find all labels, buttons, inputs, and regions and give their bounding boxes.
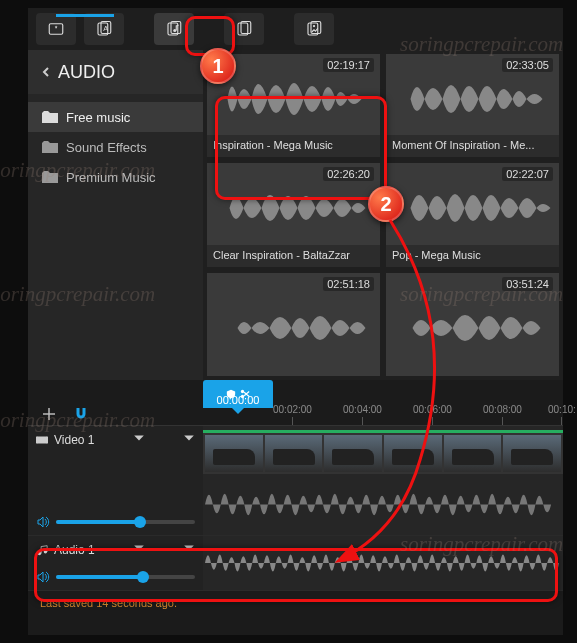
track-body[interactable] [203, 426, 563, 535]
track-menu[interactable] [183, 542, 195, 557]
clip-label: Moment Of Inspiration - Me... [386, 135, 559, 157]
add-track-button[interactable] [38, 403, 60, 425]
tick: 00:02:00 [273, 404, 312, 425]
volume-slider[interactable] [56, 520, 195, 524]
status-text: Last saved 14 seconds ago. [40, 597, 177, 609]
track-waveform [205, 542, 559, 584]
video-thumb [384, 435, 442, 472]
ruler[interactable]: 00:02:00 00:04:00 00:06:00 00:08:00 00:1… [203, 401, 563, 425]
audio-track: Audio 1 [28, 536, 563, 591]
tab-media[interactable] [224, 13, 264, 45]
tick: 00:06:00 [413, 404, 452, 425]
audio-clip[interactable]: 02:51:18 [207, 273, 380, 376]
tick: 00:08:00 [483, 404, 522, 425]
video-thumb [205, 435, 263, 472]
app-frame: A AUDIO Free music Sound Effects [28, 8, 563, 635]
category-sound-effects[interactable]: Sound Effects [28, 132, 203, 162]
snap-button[interactable] [70, 403, 92, 425]
svg-point-17 [38, 551, 41, 554]
audio-clip[interactable]: 02:33:05 Moment Of Inspiration - Me... [386, 54, 559, 157]
tab-image[interactable] [294, 13, 334, 45]
category-list: Free music Sound Effects Premium Music [28, 94, 203, 200]
category-label: Free music [66, 110, 130, 125]
video-icon [36, 434, 48, 446]
track-waveform [205, 480, 559, 529]
video-thumb [444, 435, 502, 472]
video-thumb [503, 435, 561, 472]
track-name: Video 1 [54, 433, 94, 447]
svg-rect-16 [46, 436, 48, 443]
audio-clip[interactable]: 02:26:20 Clear Inspiration - BaltaZzar [207, 163, 380, 266]
track-body[interactable] [203, 536, 563, 590]
folder-icon [42, 141, 58, 153]
tab-accent [56, 14, 114, 17]
clip-duration: 02:19:17 [323, 58, 374, 72]
sidebar-back[interactable]: AUDIO [28, 50, 203, 94]
volume-row [36, 570, 195, 584]
clip-duration: 02:51:18 [323, 277, 374, 291]
category-label: Premium Music [66, 170, 156, 185]
track-collapse[interactable] [133, 542, 145, 557]
video-thumb [265, 435, 323, 472]
folder-icon [42, 171, 58, 183]
audio-clip[interactable]: 03:51:24 [386, 273, 559, 376]
audio-clip[interactable]: 02:22:07 Pop - Mega Music [386, 163, 559, 266]
tab-audio[interactable] [154, 13, 194, 45]
svg-point-18 [44, 550, 47, 553]
folder-icon [42, 111, 58, 123]
chevron-left-icon [40, 66, 52, 78]
track-menu[interactable] [183, 432, 195, 447]
svg-rect-15 [36, 436, 38, 443]
clip-duration: 02:26:20 [323, 167, 374, 181]
track-header: Video 1 [28, 426, 203, 535]
clip-duration: 02:33:05 [502, 58, 553, 72]
tab-favorites[interactable] [36, 13, 76, 45]
sidebar: AUDIO Free music Sound Effects Premium M… [28, 50, 203, 380]
clip-label: Inspiration - Mega Music [207, 135, 380, 157]
track-collapse[interactable] [133, 432, 145, 447]
video-thumb [324, 435, 382, 472]
track-name: Audio 1 [54, 543, 95, 557]
status-bar: Last saved 14 seconds ago. [28, 591, 563, 615]
tick: 00:04:00 [343, 404, 382, 425]
music-icon [36, 544, 48, 556]
svg-point-12 [241, 390, 244, 393]
volume-slider[interactable] [56, 575, 195, 579]
clip-duration: 03:51:24 [502, 277, 553, 291]
clip-label: Clear Inspiration - BaltaZzar [207, 245, 380, 267]
ruler-row: 00:00:00 00:02:00 00:04:00 00:06:00 00:0… [28, 380, 563, 426]
track-header: Audio 1 [28, 536, 203, 590]
speaker-icon [36, 570, 50, 584]
speaker-icon [36, 515, 50, 529]
tab-text[interactable]: A [84, 13, 124, 45]
clip-grid[interactable]: 02:19:17 Inspiration - Mega Music 02:33:… [203, 50, 563, 380]
video-clip[interactable] [203, 430, 563, 474]
video-track: Video 1 [28, 426, 563, 536]
tick: 00:10: [548, 404, 576, 425]
category-free-music[interactable]: Free music [28, 102, 203, 132]
svg-point-11 [313, 25, 315, 27]
category-premium-music[interactable]: Premium Music [28, 162, 203, 192]
clip-duration: 02:22:07 [502, 167, 553, 181]
category-label: Sound Effects [66, 140, 147, 155]
clip-label: Pop - Mega Music [386, 245, 559, 267]
timeline: 00:00:00 00:02:00 00:04:00 00:06:00 00:0… [28, 380, 563, 635]
sidebar-title: AUDIO [58, 62, 115, 83]
svg-text:A: A [103, 24, 108, 33]
audio-clip[interactable]: 02:19:17 Inspiration - Mega Music [207, 54, 380, 157]
volume-row [36, 515, 195, 529]
svg-rect-14 [37, 436, 47, 443]
main-panel: AUDIO Free music Sound Effects Premium M… [28, 50, 563, 380]
timeline-tools [28, 403, 203, 425]
